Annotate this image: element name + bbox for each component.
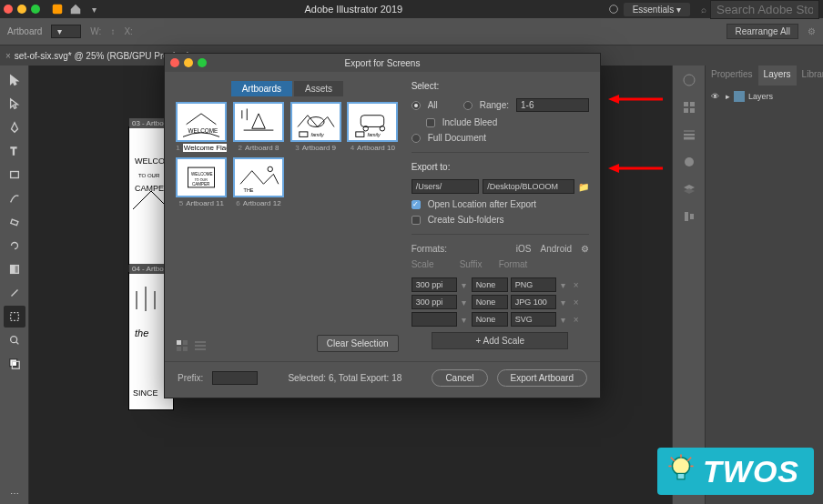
- clear-selection-button[interactable]: Clear Selection: [317, 335, 399, 352]
- artboards-tab[interactable]: Artboards: [231, 81, 292, 96]
- stroke-panel-icon[interactable]: [678, 124, 700, 146]
- artboard-thumb[interactable]: WELCOME1Welcome Flag: [176, 102, 228, 152]
- scale-field[interactable]: 300 ppi: [412, 295, 457, 309]
- select-range-radio[interactable]: [463, 101, 472, 110]
- chevron-down-icon[interactable]: ▾: [460, 280, 469, 290]
- add-scale-button[interactable]: + Add Scale: [432, 332, 568, 349]
- format-field[interactable]: SVG: [511, 312, 556, 327]
- chevron-down-icon[interactable]: ▾: [460, 315, 469, 325]
- browse-folder-icon[interactable]: 📁: [578, 182, 589, 192]
- remove-row-icon[interactable]: ×: [571, 297, 582, 307]
- suffix-field[interactable]: None: [472, 312, 508, 327]
- chevron-down-icon[interactable]: ▾: [559, 297, 568, 307]
- libraries-tab[interactable]: Libraries: [797, 66, 823, 86]
- svg-line-57: [671, 458, 675, 461]
- svg-text:family: family: [368, 132, 381, 137]
- export-to-label: Export to:: [412, 162, 589, 172]
- rectangle-tool[interactable]: [4, 164, 25, 186]
- prefix-input[interactable]: [212, 371, 258, 385]
- chevron-down-icon[interactable]: ▾: [559, 315, 568, 325]
- menubar: ▾ Adobe Illustrator 2019 Essentials ▾ ⌕: [0, 0, 823, 18]
- list-view-icon[interactable]: [194, 339, 207, 352]
- brush-tool[interactable]: [4, 187, 25, 209]
- export-path-2: /Desktop/BLOOOM: [483, 179, 574, 194]
- layer-row[interactable]: 👁 ▸ Layers: [709, 89, 819, 104]
- svg-rect-31: [299, 132, 307, 136]
- svg-rect-36: [356, 132, 364, 136]
- assets-tab[interactable]: Assets: [294, 81, 343, 96]
- artboard-thumb[interactable]: THE6Artboard 12: [233, 157, 285, 207]
- remove-row-icon[interactable]: ×: [571, 280, 582, 290]
- svg-rect-0: [53, 5, 63, 15]
- open-location-checkbox[interactable]: [412, 200, 421, 209]
- dialog-minimize[interactable]: [184, 58, 193, 67]
- svg-text:T: T: [10, 146, 16, 156]
- range-input[interactable]: [516, 98, 589, 112]
- svg-rect-44: [177, 340, 181, 345]
- scale-field[interactable]: [412, 312, 457, 327]
- artboard-thumb[interactable]: 2Artboard 8: [233, 102, 285, 152]
- pen-tool[interactable]: [4, 116, 25, 138]
- dialog-zoom[interactable]: [198, 58, 207, 67]
- zoom-tool[interactable]: [4, 329, 25, 351]
- create-subfolders-checkbox[interactable]: [412, 216, 421, 225]
- format-field[interactable]: PNG: [511, 277, 556, 292]
- artboard-thumb[interactable]: WELCOMETO OURCAMPER5Artboard 11: [176, 157, 228, 207]
- close-window[interactable]: [4, 5, 13, 14]
- home-icon[interactable]: [67, 1, 84, 17]
- svg-text:family: family: [310, 132, 323, 137]
- fill-stroke-swatch[interactable]: [4, 353, 25, 375]
- rotate-tool[interactable]: [4, 235, 25, 257]
- preset-dropdown[interactable]: ▾: [51, 25, 81, 38]
- select-all-radio[interactable]: [412, 101, 421, 110]
- workspace-switcher[interactable]: Essentials ▾: [624, 3, 690, 16]
- expand-icon[interactable]: ▸: [726, 92, 730, 101]
- suffix-field[interactable]: None: [472, 277, 508, 292]
- svg-point-17: [684, 75, 695, 86]
- remove-row-icon[interactable]: ×: [571, 315, 582, 325]
- cancel-button[interactable]: Cancel: [432, 369, 487, 387]
- chevron-down-icon[interactable]: ▾: [559, 280, 568, 290]
- include-bleed-checkbox[interactable]: [426, 118, 435, 127]
- selection-tool[interactable]: [4, 69, 25, 91]
- visibility-icon[interactable]: 👁: [711, 92, 722, 101]
- appearance-panel-icon[interactable]: [678, 151, 700, 173]
- layers-panel-icon[interactable]: [678, 178, 700, 200]
- ios-preset-button[interactable]: iOS: [516, 244, 532, 254]
- layer-thumb: [734, 91, 745, 102]
- format-field[interactable]: JPG 100: [511, 295, 556, 309]
- swatches-panel-icon[interactable]: [678, 96, 700, 118]
- options-gear-icon[interactable]: ⚙: [808, 26, 816, 36]
- formats-gear-icon[interactable]: ⚙: [581, 244, 589, 254]
- artboard-thumb[interactable]: family3Artboard 9: [290, 102, 341, 152]
- chevron-dropdown-icon[interactable]: ▾: [86, 1, 102, 17]
- direct-selection-tool[interactable]: [4, 93, 25, 115]
- suffix-field[interactable]: None: [472, 295, 508, 309]
- eyedropper-tool[interactable]: [4, 282, 25, 304]
- scale-field[interactable]: 300 ppi: [412, 277, 457, 292]
- right-dock: [672, 66, 705, 504]
- layers-tab[interactable]: Layers: [758, 66, 797, 86]
- minimize-window[interactable]: [17, 5, 26, 14]
- maximize-window[interactable]: [31, 5, 40, 14]
- color-panel-icon[interactable]: [678, 69, 700, 91]
- artboard-tool[interactable]: [4, 306, 25, 328]
- tab-close-icon[interactable]: ×: [5, 51, 11, 61]
- grid-view-icon[interactable]: [176, 339, 188, 352]
- properties-tab[interactable]: Properties: [706, 66, 758, 86]
- layer-name: Layers: [748, 92, 773, 101]
- full-document-radio[interactable]: [412, 134, 421, 143]
- android-preset-button[interactable]: Android: [541, 244, 572, 254]
- dialog-close[interactable]: [170, 58, 179, 67]
- eraser-tool[interactable]: [4, 211, 25, 233]
- chevron-down-icon[interactable]: ▾: [460, 297, 469, 307]
- export-artboard-button[interactable]: Export Artboard: [497, 369, 587, 387]
- edit-toolbar-icon[interactable]: ⋯: [4, 482, 25, 504]
- align-panel-icon[interactable]: [678, 206, 700, 227]
- sync-icon[interactable]: [605, 1, 622, 17]
- stock-search-input[interactable]: [710, 0, 819, 19]
- rearrange-all-button[interactable]: Rearrange All: [726, 24, 798, 39]
- gradient-tool[interactable]: [4, 258, 25, 280]
- type-tool[interactable]: T: [4, 140, 25, 162]
- artboard-thumb[interactable]: family4Artboard 10: [347, 102, 399, 152]
